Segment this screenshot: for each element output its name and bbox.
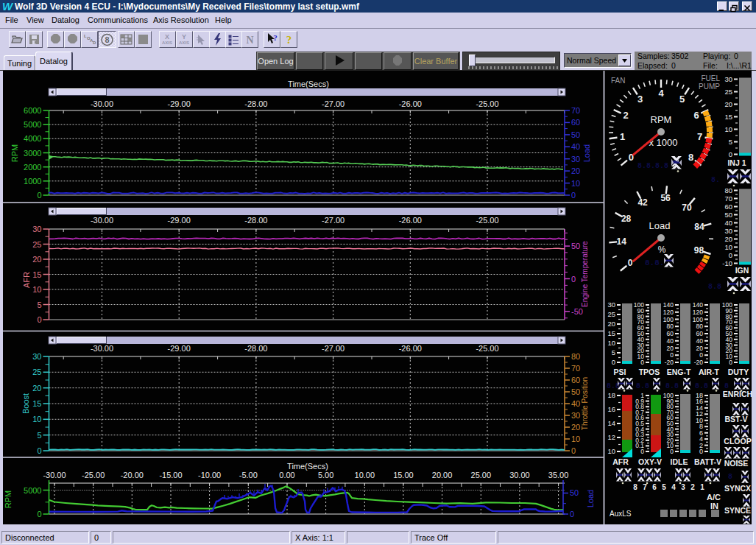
svg-text:-28.00: -28.00 [244,99,267,108]
svg-text:6: 6 [693,110,699,121]
svg-text:3: 3 [681,483,685,491]
svg-text:70: 70 [571,364,580,373]
svg-text:60: 60 [667,330,674,337]
svg-text:60: 60 [724,203,732,211]
svg-text:30: 30 [607,300,615,309]
svg-text:8: 8 [105,35,109,44]
svg-text:RPM: RPM [4,490,13,508]
svg-text:20: 20 [724,235,732,243]
svg-text:PSI: PSI [614,368,626,376]
svg-text:7: 7 [697,131,702,142]
svg-text:0: 0 [37,191,41,200]
svg-text:0: 0 [571,446,576,455]
svg-text:Time(Secs): Time(Secs) [288,80,329,88]
svg-text:IDLE: IDLE [671,457,688,466]
svg-text:OXY-V: OXY-V [638,457,662,466]
svg-text:50: 50 [571,242,580,250]
svg-text:%: % [658,245,666,255]
svg-text:1: 1 [700,483,704,491]
svg-text:98: 98 [694,245,704,256]
svg-text:-29.00: -29.00 [168,344,191,353]
svg-text:7: 7 [643,483,647,491]
svg-text:3: 3 [637,94,643,105]
svg-text:-28.00: -28.00 [244,216,267,225]
svg-text:0: 0 [729,251,732,259]
svg-text:-25.00: -25.00 [476,216,498,225]
svg-text:0: 0 [729,150,732,158]
svg-text:-30.00: -30.00 [91,216,113,225]
svg-text:8.8.8.8: 8.8.8.8 [637,162,668,170]
svg-text:5000: 5000 [24,486,41,495]
svg-text:8.: 8. [711,176,720,184]
svg-text:3000: 3000 [24,149,41,158]
svg-text:0: 0 [640,448,644,455]
svg-text:40: 40 [667,337,674,345]
svg-text:INJ 1: INJ 1 [727,158,746,167]
svg-text:70: 70 [682,203,692,213]
svg-text:-20: -20 [665,359,674,366]
svg-text:Load: Load [582,144,591,162]
svg-text:-30.00: -30.00 [91,99,113,108]
svg-text:ENRICH: ENRICH [723,390,752,398]
svg-text:Y: Y [182,33,186,41]
svg-text:2000: 2000 [24,163,41,172]
svg-text:60: 60 [696,330,704,337]
svg-text:5: 5 [37,300,41,309]
svg-text:NOISE: NOISE [724,459,749,468]
svg-text:20: 20 [607,320,615,328]
svg-text:25: 25 [607,310,615,318]
svg-text:5: 5 [679,94,685,105]
svg-text:20: 20 [571,423,580,432]
svg-text:AXIS: AXIS [162,41,172,45]
svg-text:0: 0 [629,152,634,163]
svg-text:-27.00: -27.00 [322,99,345,108]
svg-text:8: 8 [728,473,732,481]
svg-text:RPM: RPM [10,144,19,162]
svg-text:-20.00: -20.00 [121,471,144,479]
svg-text:10: 10 [571,179,580,188]
svg-text:42: 42 [637,197,648,208]
svg-text:8: 8 [688,152,693,163]
svg-text:?: ? [273,33,278,42]
svg-text:5: 5 [662,483,666,491]
svg-text:56: 56 [660,193,671,203]
svg-text:IGN: IGN [735,266,749,275]
svg-text:AIR-T: AIR-T [699,368,720,376]
svg-text:80: 80 [571,352,580,361]
svg-text:5: 5 [729,138,732,146]
svg-text:15: 15 [724,113,732,121]
svg-text:10: 10 [32,415,41,423]
svg-text:14: 14 [617,236,627,247]
svg-text:0: 0 [729,359,732,366]
svg-text:10.00: 10.00 [355,471,375,479]
svg-text:-27.00: -27.00 [322,344,345,353]
svg-text:80: 80 [696,323,704,330]
svg-text:Load: Load [586,490,595,507]
svg-text:Boost: Boost [21,393,30,414]
svg-text:FUEL: FUEL [701,74,720,82]
svg-text:20: 20 [32,384,41,393]
svg-text:40: 40 [724,219,732,227]
svg-text:5: 5 [612,348,615,356]
svg-text:20: 20 [696,345,704,352]
svg-text:100: 100 [693,316,703,323]
svg-text:-50: -50 [571,307,583,316]
svg-text:-5.00: -5.00 [239,471,258,479]
svg-text:4000: 4000 [24,134,41,143]
svg-text:120: 120 [693,309,703,316]
svg-text:15.00: 15.00 [393,471,414,479]
svg-text:-25.00: -25.00 [82,471,105,479]
svg-text:50: 50 [571,387,580,396]
svg-text:SYNCX: SYNCX [724,484,751,493]
svg-text:6000: 6000 [24,106,41,115]
svg-text:-10: -10 [722,259,732,267]
svg-text:0: 0 [699,448,703,455]
svg-text:30: 30 [32,225,41,233]
svg-text:0.00: 0.00 [279,471,294,479]
svg-text:-29.00: -29.00 [168,99,191,108]
svg-text:8.8: 8.8 [636,382,649,390]
svg-text:8: 8 [633,483,637,491]
svg-text:-10.00: -10.00 [198,471,221,479]
svg-text:0: 0 [612,358,615,366]
svg-text:15: 15 [32,270,41,279]
